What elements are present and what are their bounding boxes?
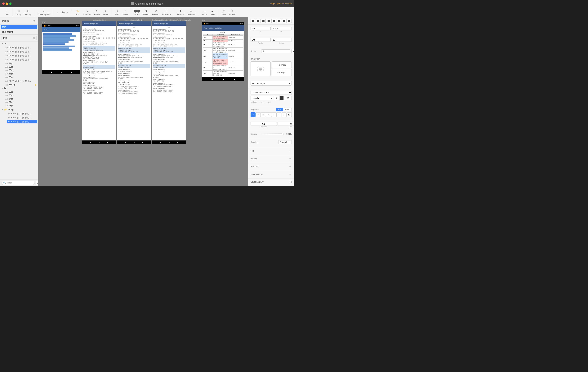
view-button[interactable]: 👁 View <box>220 8 228 16</box>
cloud-button[interactable]: ☁ Cloud <box>209 8 216 16</box>
list-item[interactable]: Aa Aa 책 읽기 중 한 손가... <box>4 54 38 58</box>
distribute-h-icon[interactable]: ⬛ <box>282 19 286 23</box>
list-item[interactable]: Aa Aa 책 읽기 중 한 손가... <box>4 58 38 62</box>
align-text-justify-button[interactable]: ≡ <box>266 112 271 117</box>
align-middle-v-icon[interactable]: ⬛ <box>272 19 276 23</box>
list-item[interactable]: Aa 42px <box>4 62 38 65</box>
backward-button[interactable]: ⬇ Backward <box>186 8 196 16</box>
size-height-input[interactable] <box>272 38 292 42</box>
list-item[interactable]: Aa Aa 책 읽기 중 한 손... <box>6 112 38 116</box>
align-left-icon[interactable]: ⬛ <box>251 19 255 23</box>
intersect-button[interactable]: ◎ Intersect <box>151 8 161 16</box>
align-text-center-button[interactable]: ≡ <box>256 112 261 117</box>
position-y-input[interactable] <box>272 27 292 31</box>
align-top-icon[interactable]: ⬛ <box>266 19 271 23</box>
text-style-dropdown[interactable]: No Text Style ▾ <box>251 81 292 85</box>
maximize-button[interactable] <box>9 2 11 5</box>
rotate-input[interactable] <box>261 49 290 53</box>
mask-button[interactable]: ⊗ Mask <box>114 8 121 16</box>
align-text-extra-button[interactable]: ⊡ <box>287 112 292 117</box>
add-fill-button[interactable]: ＋ <box>289 149 292 152</box>
flatten-button[interactable]: ⊕ Flatten <box>101 8 109 16</box>
list-item[interactable]: Aa 28px <box>4 104 38 107</box>
ungroup-button[interactable]: ⊞ Ungroup <box>23 8 32 16</box>
distribute-v-icon[interactable]: ⬛ <box>287 19 292 23</box>
list-item[interactable]: Aa 39px <box>4 90 38 93</box>
alignment-auto-button[interactable]: Auto <box>276 108 283 111</box>
edit-button[interactable]: ✏️ Edit <box>74 8 81 16</box>
layer-group-group[interactable]: ▼ 📁 Group <box>0 107 38 112</box>
list-item[interactable]: Aa 39px <box>4 65 38 69</box>
character-spacing-input[interactable] <box>251 122 277 126</box>
weight-select[interactable]: Regular <box>251 96 273 100</box>
transform-button[interactable]: ⤡ Transform <box>82 8 93 16</box>
text-color-button[interactable] <box>279 96 284 100</box>
fix-height-button[interactable]: Fix Height <box>272 69 292 76</box>
text-size-input[interactable] <box>284 96 292 100</box>
align-bottom-icon[interactable]: ⬛ <box>277 19 281 23</box>
list-item-selected[interactable]: Aa Aa 책 읽기 중 한 손... <box>7 120 37 124</box>
list-item[interactable]: Aa 36px <box>4 69 38 72</box>
blending-select[interactable]: Normal <box>278 140 292 144</box>
layer-group-24[interactable]: ▼ 24 <box>0 86 38 90</box>
subtract-button[interactable]: ◑ Subtract <box>141 8 151 16</box>
union-button[interactable]: ⬤⬤ Union <box>133 8 141 16</box>
layer-group-26[interactable]: ▼ 26 <box>0 42 38 46</box>
list-item[interactable]: Aa 31px <box>4 101 38 104</box>
zoom-in-button[interactable]: + <box>66 10 70 14</box>
list-item[interactable]: Aa Aa 책 읽기 중 한 손가... <box>4 50 38 54</box>
mirror-button[interactable]: ⟺ Mirror <box>200 8 208 16</box>
forward-button[interactable]: ⬆ Forward <box>176 8 186 16</box>
list-item[interactable]: Aa Aa 책 읽기 중 한 손가... <box>4 46 38 50</box>
create-symbol-button[interactable]: ◈ Create Symbol <box>36 8 51 16</box>
group-button[interactable]: ⬜ Group <box>15 8 22 16</box>
add-shadow-button[interactable]: ＋ <box>289 165 292 168</box>
flip-horizontal-button[interactable]: ↔ <box>292 49 294 53</box>
add-inner-shadow-button[interactable]: ＋ <box>289 173 292 176</box>
alignment-fixed-button[interactable]: Fixed <box>284 108 292 111</box>
page-item-line-height[interactable]: line-height <box>0 30 38 34</box>
list-item[interactable]: ⬜ Bitmap 🔒 <box>4 83 38 86</box>
line-spacing-input[interactable] <box>278 122 294 126</box>
scale-button[interactable]: ⤢ Scale <box>122 8 129 16</box>
list-item[interactable]: Aa Aa 책 읽기 중 한 손가... <box>4 79 38 83</box>
align-text-middle-button[interactable]: ↕ <box>276 112 281 117</box>
align-center-h-icon[interactable]: ⬛ <box>256 19 261 23</box>
insert-button[interactable]: ＋ Insert <box>3 8 11 16</box>
fix-width-button[interactable]: Fix Width <box>272 62 292 68</box>
canvas-area[interactable]: test 📶 ▲ WiFi 6:20 ← ○ □ <box>38 17 248 186</box>
list-item[interactable]: Aa Aa 책 읽기 중 한 손... <box>6 116 38 120</box>
align-text-left-button[interactable]: ≡ <box>251 112 255 117</box>
plugin-update-badge[interactable]: Plugin Update Available <box>270 2 292 5</box>
minimize-button[interactable] <box>6 2 8 5</box>
list-item[interactable]: Aa 34px <box>4 97 38 101</box>
difference-button[interactable]: ⊖ Difference <box>161 8 172 16</box>
page-item-test[interactable]: test <box>1 25 37 29</box>
character-spacing-label: Character <box>251 126 277 128</box>
gaussian-blur-header: Gaussian Blur ▾ <box>251 181 292 183</box>
align-text-top-button[interactable]: ↑ <box>271 112 276 117</box>
filter-input[interactable] <box>7 182 33 184</box>
align-right-icon[interactable]: ⬛ <box>261 19 266 23</box>
typeface-select[interactable]: Noto Sans CJK KR <box>251 91 292 95</box>
list-item[interactable]: Aa 36px <box>4 93 38 97</box>
align-text-right-button[interactable]: ≡ <box>261 112 266 117</box>
size-width-input[interactable] <box>251 38 271 42</box>
position-x-input[interactable] <box>251 27 271 31</box>
opacity-slider[interactable] <box>260 134 284 134</box>
add-page-button[interactable]: ＋ <box>33 19 36 23</box>
gaussian-blur-toggle[interactable]: ▾ <box>262 181 264 183</box>
rotate-button[interactable]: ↻ Rotate <box>93 8 101 16</box>
zoom-out-button[interactable]: − <box>55 10 59 14</box>
align-text-bottom-button[interactable]: ↓ <box>282 112 286 117</box>
close-button[interactable] <box>2 2 5 5</box>
gaussian-blur-checkbox[interactable] <box>289 181 292 183</box>
list-item[interactable]: Aa 33px <box>4 72 38 75</box>
add-border-button[interactable]: ＋ <box>289 157 292 160</box>
list-item[interactable]: Aa 30px <box>4 75 38 79</box>
text-options-button[interactable]: ⚙ <box>274 96 279 100</box>
export-button[interactable]: ⬆ Export <box>228 8 236 16</box>
resizing-box-main[interactable] <box>251 62 271 76</box>
borders-label: Borders <box>251 158 257 160</box>
layer-options-icon[interactable]: ⊞ <box>33 37 35 39</box>
